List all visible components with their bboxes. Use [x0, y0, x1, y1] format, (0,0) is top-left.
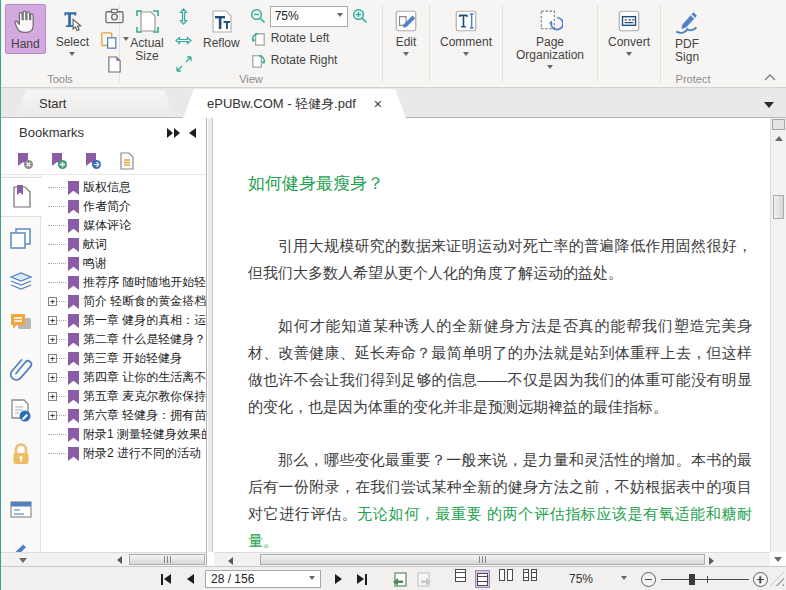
zoom-dropdown-caret-icon[interactable]: [621, 567, 627, 590]
bookmark-item[interactable]: 鸣谢: [41, 254, 206, 273]
reflow-button[interactable]: Reflow: [197, 4, 246, 53]
zoom-in-button[interactable]: [753, 567, 768, 590]
pdf-page[interactable]: 如何健身最瘦身？ 引用大规模研究的数据来证明运动对死亡率的普遍降低作用固然很好，…: [214, 118, 770, 552]
facing-view-button[interactable]: [498, 567, 513, 583]
security-nav-icon[interactable]: [1, 442, 40, 468]
tree-connector: [48, 434, 66, 435]
last-page-button[interactable]: [357, 567, 367, 590]
layers-nav-icon[interactable]: [1, 270, 40, 292]
select-tool-button[interactable]: Select: [50, 4, 95, 62]
expand-icon[interactable]: +: [48, 335, 57, 344]
scroll-up-icon[interactable]: [775, 136, 783, 141]
scrollbar-split-box[interactable]: [772, 119, 785, 130]
bookmark-item[interactable]: +第一章 健身的真相：运: [41, 311, 206, 330]
zoom-slider[interactable]: [661, 567, 749, 590]
continuous-view-button[interactable]: [475, 570, 490, 588]
previous-view-icon: [392, 572, 408, 587]
tab-document[interactable]: ePUBw.COM - 轻健身.pdf ×: [183, 89, 406, 118]
close-tab-icon[interactable]: ×: [374, 98, 382, 110]
zoom-out-button[interactable]: [641, 567, 656, 590]
digital-signatures-nav-icon[interactable]: [1, 398, 40, 424]
collapse-panel-icon[interactable]: [189, 128, 196, 138]
scroll-left-icon[interactable]: [117, 556, 122, 564]
bookmark-item[interactable]: +简介 轻断食的黄金搭档: [41, 292, 206, 311]
collapse-ribbon-icon[interactable]: [764, 74, 776, 81]
ink-signature-nav-icon[interactable]: [1, 543, 40, 552]
zoom-slider-handle[interactable]: [689, 574, 695, 585]
tab-start[interactable]: Start: [15, 90, 175, 117]
zoom-out-minus-icon: [641, 572, 656, 587]
facing-page-icon: [507, 569, 513, 581]
bookmark-item[interactable]: +第四章 让你的生活离不: [41, 368, 206, 387]
bookmark-item[interactable]: +第三章 开始轻健身: [41, 349, 206, 368]
horizontal-scrollbar[interactable]: [214, 552, 770, 566]
fit-width-icon[interactable]: [175, 30, 192, 50]
expand-panel-icon[interactable]: [167, 128, 180, 138]
scroll-down-button[interactable]: [770, 552, 786, 566]
fit-visible-icon[interactable]: [175, 54, 192, 74]
bookmarks-horizontal-scrollbar[interactable]: [1, 552, 206, 566]
vertical-scrollbar[interactable]: [770, 118, 786, 552]
bookmark-item[interactable]: 献词: [41, 235, 206, 254]
add-bookmark-icon[interactable]: [51, 152, 68, 170]
actual-size-button[interactable]: Actual Size: [124, 4, 170, 66]
scroll-right-icon[interactable]: [709, 557, 714, 565]
hand-tool-label: Hand: [11, 38, 40, 51]
expand-icon[interactable]: +: [48, 373, 57, 382]
bookmark-item[interactable]: 作者简介: [41, 197, 206, 216]
tab-list-dropdown-icon[interactable]: [764, 102, 774, 108]
rotate-left-button[interactable]: Rotate Left: [250, 28, 368, 48]
edit-button[interactable]: Edit: [387, 4, 425, 62]
bookmark-item[interactable]: 附录2 进行不同的活动: [41, 444, 206, 463]
previous-page-button[interactable]: [187, 567, 194, 590]
expand-icon[interactable]: +: [48, 316, 57, 325]
convert-icon: [616, 8, 642, 34]
single-page-view-button[interactable]: [453, 567, 468, 583]
scrollbar-thumb[interactable]: [773, 195, 784, 219]
fit-height-icon[interactable]: [175, 6, 192, 26]
rotate-right-button[interactable]: Rotate Right: [250, 50, 368, 70]
pdf-sign-button[interactable]: PDF Sign: [665, 4, 709, 67]
scroll-left-icon[interactable]: [228, 557, 233, 565]
zoom-slider-track[interactable]: [661, 579, 749, 580]
collapse-bookmarks-icon[interactable]: [17, 152, 34, 170]
bookmark-item[interactable]: +第二章 什么是轻健身？: [41, 330, 206, 349]
window-resize-grip[interactable]: [770, 567, 784, 590]
bookmark-item[interactable]: 推荐序 随时随地开始轻: [41, 273, 206, 292]
page-number-combobox[interactable]: 28 / 156: [205, 567, 321, 590]
more-panels-icon[interactable]: [19, 558, 27, 563]
zoom-out-icon[interactable]: [250, 8, 266, 24]
previous-view-button[interactable]: [392, 567, 408, 590]
tree-connector: [48, 225, 66, 226]
bookmark-item[interactable]: 媒体评论: [41, 216, 206, 235]
convert-button[interactable]: Convert: [602, 4, 656, 62]
expand-icon[interactable]: +: [48, 297, 57, 306]
scrollbar-thumb[interactable]: [260, 554, 705, 565]
page-thumbnails-nav-icon[interactable]: [1, 227, 40, 250]
next-view-button[interactable]: [416, 567, 432, 590]
scrollbar-thumb[interactable]: [129, 554, 205, 565]
attachments-nav-icon[interactable]: [1, 355, 40, 381]
bookmark-item[interactable]: 版权信息: [41, 178, 206, 197]
fields-nav-icon[interactable]: [1, 500, 40, 519]
zoom-level-combobox[interactable]: 75%: [270, 6, 348, 27]
zoom-rotate-cluster: 75% Rotate Left: [250, 6, 368, 70]
bookmark-item[interactable]: 附录1 测量轻健身效果的: [41, 425, 206, 444]
bookmarks-nav-icon[interactable]: [1, 177, 42, 217]
first-page-button[interactable]: [161, 567, 171, 590]
zoom-in-icon[interactable]: [352, 8, 368, 24]
next-page-button[interactable]: [335, 567, 342, 590]
goto-bookmark-icon[interactable]: [85, 152, 102, 170]
bookmark-item[interactable]: +第六章 轻健身：拥有苗: [41, 406, 206, 425]
expand-current-bookmark-icon[interactable]: [119, 152, 135, 170]
hand-tool-button[interactable]: Hand: [5, 4, 46, 54]
page-organization-button[interactable]: Page Organization: [507, 4, 593, 75]
continuous-facing-view-button[interactable]: [522, 567, 537, 583]
comment-button[interactable]: Comment: [434, 4, 498, 62]
expand-icon[interactable]: +: [48, 411, 57, 420]
bookmark-item[interactable]: +第五章 麦克尔教你保持: [41, 387, 206, 406]
comments-nav-icon[interactable]: [1, 312, 40, 334]
page-organization-group: Page Organization: [503, 0, 597, 87]
expand-icon[interactable]: +: [48, 354, 57, 363]
expand-icon[interactable]: +: [48, 392, 57, 401]
